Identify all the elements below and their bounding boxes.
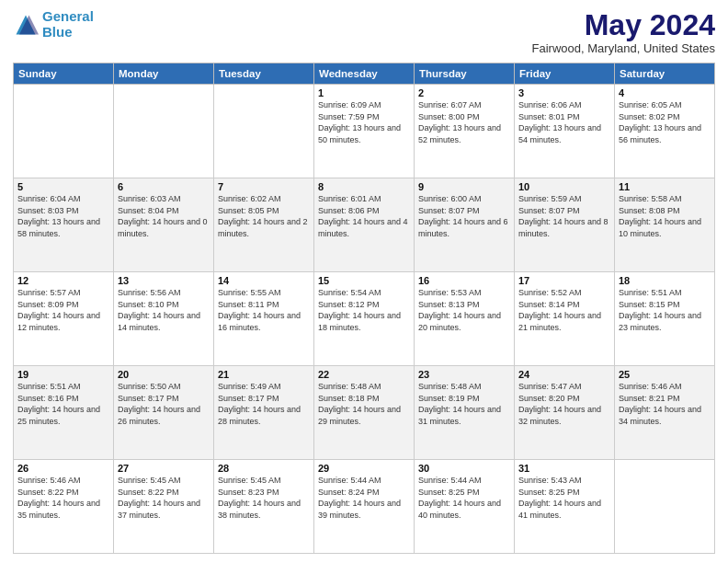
calendar-cell: 7Sunrise: 6:02 AMSunset: 8:05 PMDaylight… <box>214 178 314 272</box>
main-title: May 2024 <box>532 9 715 41</box>
cell-day-number: 11 <box>619 181 711 192</box>
calendar-cell <box>214 85 314 178</box>
cell-info: Sunrise: 5:51 AMSunset: 8:15 PMDaylight:… <box>619 287 711 333</box>
cell-info: Sunrise: 6:01 AMSunset: 8:06 PMDaylight:… <box>318 193 410 239</box>
calendar-cell: 25Sunrise: 5:46 AMSunset: 8:21 PMDayligh… <box>615 366 715 460</box>
cell-day-number: 12 <box>17 275 109 286</box>
header-day-sunday: Sunday <box>14 63 114 85</box>
cell-day-number: 3 <box>518 87 610 98</box>
cell-info: Sunrise: 5:46 AMSunset: 8:21 PMDaylight:… <box>619 381 711 427</box>
cell-day-number: 6 <box>118 181 210 192</box>
logo: General Blue <box>13 9 94 40</box>
week-row-1: 1Sunrise: 6:09 AMSunset: 7:59 PMDaylight… <box>14 85 715 178</box>
calendar-cell: 19Sunrise: 5:51 AMSunset: 8:16 PMDayligh… <box>14 366 114 460</box>
week-row-5: 26Sunrise: 5:46 AMSunset: 8:22 PMDayligh… <box>14 460 715 554</box>
week-row-3: 12Sunrise: 5:57 AMSunset: 8:09 PMDayligh… <box>14 272 715 366</box>
calendar-cell: 13Sunrise: 5:56 AMSunset: 8:10 PMDayligh… <box>114 272 214 366</box>
cell-info: Sunrise: 5:53 AMSunset: 8:13 PMDaylight:… <box>418 287 510 333</box>
cell-info: Sunrise: 5:59 AMSunset: 8:07 PMDaylight:… <box>518 193 610 239</box>
calendar-cell: 31Sunrise: 5:43 AMSunset: 8:25 PMDayligh… <box>515 460 615 554</box>
calendar-cell: 1Sunrise: 6:09 AMSunset: 7:59 PMDaylight… <box>314 85 415 178</box>
cell-day-number: 16 <box>418 275 510 286</box>
logo-general: General <box>42 8 94 24</box>
cell-info: Sunrise: 5:52 AMSunset: 8:14 PMDaylight:… <box>518 287 610 333</box>
week-row-4: 19Sunrise: 5:51 AMSunset: 8:16 PMDayligh… <box>14 366 715 460</box>
calendar-cell: 3Sunrise: 6:06 AMSunset: 8:01 PMDaylight… <box>515 85 615 178</box>
calendar-cell: 11Sunrise: 5:58 AMSunset: 8:08 PMDayligh… <box>615 178 715 272</box>
calendar-cell: 26Sunrise: 5:46 AMSunset: 8:22 PMDayligh… <box>14 460 114 554</box>
cell-day-number: 5 <box>17 181 109 192</box>
calendar-cell: 15Sunrise: 5:54 AMSunset: 8:12 PMDayligh… <box>314 272 415 366</box>
cell-day-number: 30 <box>418 463 510 474</box>
week-row-2: 5Sunrise: 6:04 AMSunset: 8:03 PMDaylight… <box>14 178 715 272</box>
title-block: May 2024 Fairwood, Maryland, United Stat… <box>532 9 715 55</box>
cell-info: Sunrise: 6:05 AMSunset: 8:02 PMDaylight:… <box>619 99 711 145</box>
cell-day-number: 9 <box>418 181 510 192</box>
cell-day-number: 26 <box>17 463 109 474</box>
calendar-cell <box>14 85 114 178</box>
cell-day-number: 18 <box>619 275 711 286</box>
cell-day-number: 28 <box>218 463 310 474</box>
cell-info: Sunrise: 6:07 AMSunset: 8:00 PMDaylight:… <box>418 99 510 145</box>
calendar-cell: 30Sunrise: 5:44 AMSunset: 8:25 PMDayligh… <box>415 460 515 554</box>
cell-day-number: 17 <box>518 275 610 286</box>
subtitle: Fairwood, Maryland, United States <box>532 41 715 55</box>
calendar-cell <box>114 85 214 178</box>
header: General Blue May 2024 Fairwood, Maryland… <box>13 9 715 55</box>
calendar-cell: 16Sunrise: 5:53 AMSunset: 8:13 PMDayligh… <box>415 272 515 366</box>
cell-day-number: 13 <box>118 275 210 286</box>
page: General Blue May 2024 Fairwood, Maryland… <box>0 0 728 563</box>
cell-day-number: 4 <box>619 87 711 98</box>
calendar-cell: 17Sunrise: 5:52 AMSunset: 8:14 PMDayligh… <box>515 272 615 366</box>
cell-day-number: 8 <box>318 181 410 192</box>
calendar-cell: 27Sunrise: 5:45 AMSunset: 8:22 PMDayligh… <box>114 460 214 554</box>
header-day-friday: Friday <box>515 63 615 85</box>
cell-info: Sunrise: 5:45 AMSunset: 8:22 PMDaylight:… <box>118 475 210 521</box>
header-day-wednesday: Wednesday <box>314 63 415 85</box>
cell-day-number: 2 <box>418 87 510 98</box>
cell-info: Sunrise: 6:04 AMSunset: 8:03 PMDaylight:… <box>17 193 109 239</box>
cell-info: Sunrise: 5:45 AMSunset: 8:23 PMDaylight:… <box>218 475 310 521</box>
cell-day-number: 22 <box>318 369 410 380</box>
cell-info: Sunrise: 5:46 AMSunset: 8:22 PMDaylight:… <box>17 475 109 521</box>
logo-text: General Blue <box>42 9 94 40</box>
header-row: SundayMondayTuesdayWednesdayThursdayFrid… <box>14 63 715 85</box>
cell-info: Sunrise: 5:43 AMSunset: 8:25 PMDaylight:… <box>518 475 610 521</box>
calendar-cell: 18Sunrise: 5:51 AMSunset: 8:15 PMDayligh… <box>615 272 715 366</box>
cell-day-number: 1 <box>318 87 410 98</box>
cell-info: Sunrise: 5:55 AMSunset: 8:11 PMDaylight:… <box>218 287 310 333</box>
cell-info: Sunrise: 5:44 AMSunset: 8:24 PMDaylight:… <box>318 475 410 521</box>
calendar-table: SundayMondayTuesdayWednesdayThursdayFrid… <box>13 63 715 554</box>
cell-info: Sunrise: 5:47 AMSunset: 8:20 PMDaylight:… <box>518 381 610 427</box>
cell-info: Sunrise: 5:51 AMSunset: 8:16 PMDaylight:… <box>17 381 109 427</box>
cell-info: Sunrise: 6:06 AMSunset: 8:01 PMDaylight:… <box>518 99 610 145</box>
calendar-cell: 4Sunrise: 6:05 AMSunset: 8:02 PMDaylight… <box>615 85 715 178</box>
calendar-cell: 2Sunrise: 6:07 AMSunset: 8:00 PMDaylight… <box>415 85 515 178</box>
cell-day-number: 24 <box>518 369 610 380</box>
cell-day-number: 15 <box>318 275 410 286</box>
cell-day-number: 25 <box>619 369 711 380</box>
calendar-cell: 21Sunrise: 5:49 AMSunset: 8:17 PMDayligh… <box>214 366 314 460</box>
calendar-cell: 23Sunrise: 5:48 AMSunset: 8:19 PMDayligh… <box>415 366 515 460</box>
calendar-cell: 10Sunrise: 5:59 AMSunset: 8:07 PMDayligh… <box>515 178 615 272</box>
cell-day-number: 14 <box>218 275 310 286</box>
cell-day-number: 10 <box>518 181 610 192</box>
calendar-cell <box>615 460 715 554</box>
cell-info: Sunrise: 5:56 AMSunset: 8:10 PMDaylight:… <box>118 287 210 333</box>
calendar-cell: 28Sunrise: 5:45 AMSunset: 8:23 PMDayligh… <box>214 460 314 554</box>
calendar-cell: 12Sunrise: 5:57 AMSunset: 8:09 PMDayligh… <box>14 272 114 366</box>
cell-day-number: 21 <box>218 369 310 380</box>
header-day-saturday: Saturday <box>615 63 715 85</box>
cell-day-number: 7 <box>218 181 310 192</box>
logo-icon <box>13 12 39 38</box>
cell-info: Sunrise: 5:48 AMSunset: 8:19 PMDaylight:… <box>418 381 510 427</box>
calendar-cell: 24Sunrise: 5:47 AMSunset: 8:20 PMDayligh… <box>515 366 615 460</box>
cell-info: Sunrise: 5:49 AMSunset: 8:17 PMDaylight:… <box>218 381 310 427</box>
cell-info: Sunrise: 5:54 AMSunset: 8:12 PMDaylight:… <box>318 287 410 333</box>
calendar-cell: 14Sunrise: 5:55 AMSunset: 8:11 PMDayligh… <box>214 272 314 366</box>
calendar-cell: 22Sunrise: 5:48 AMSunset: 8:18 PMDayligh… <box>314 366 415 460</box>
cell-info: Sunrise: 6:02 AMSunset: 8:05 PMDaylight:… <box>218 193 310 239</box>
logo-blue: Blue <box>42 24 73 40</box>
cell-info: Sunrise: 6:00 AMSunset: 8:07 PMDaylight:… <box>418 193 510 239</box>
cell-info: Sunrise: 5:50 AMSunset: 8:17 PMDaylight:… <box>118 381 210 427</box>
